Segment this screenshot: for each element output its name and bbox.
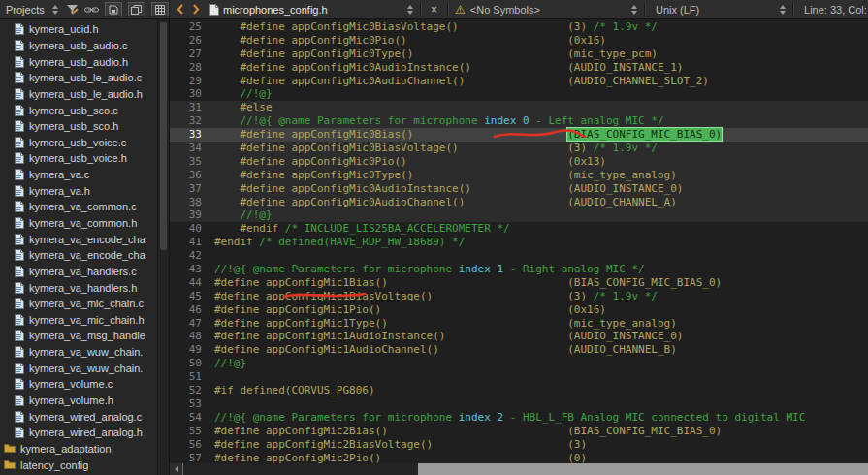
sidebar-item[interactable]: kymera_usb_audio.h: [0, 53, 157, 70]
symbols-dropdown[interactable]: <No Symbols>: [470, 4, 540, 16]
sidebar-item[interactable]: kymera_va_msg_handle: [0, 328, 157, 344]
line-number: 26: [170, 34, 214, 48]
code-line[interactable]: 53: [170, 397, 868, 411]
folder-icon: [4, 443, 16, 454]
line-text: #define appConfigMic0Type() (mic_type_an…: [214, 169, 677, 182]
sidebar-item[interactable]: kymera_va_mic_chain.c: [0, 296, 157, 312]
code-line[interactable]: 43//!@{ @name Parameters for microphone …: [170, 263, 868, 276]
code-line[interactable]: 56#define appConfigMic2BiasVoltage() (3): [170, 438, 868, 452]
save-button[interactable]: [105, 2, 122, 16]
sidebar-item[interactable]: kymera_usb_sco.h: [0, 118, 157, 135]
code-line[interactable]: 36 #define appConfigMic0Type() (mic_type…: [170, 169, 868, 182]
code-line[interactable]: 46#define appConfigMic1Pio() (0x16): [170, 303, 868, 317]
sidebar-item[interactable]: kymera_va.c: [0, 167, 157, 183]
sidebar-item[interactable]: kymera_va_handlers.h: [0, 279, 157, 296]
sidebar-item[interactable]: kymera_volume.c: [0, 376, 157, 393]
link-icon[interactable]: [84, 5, 99, 15]
sidebar-item[interactable]: kymera_va_encode_cha: [0, 247, 157, 264]
sidebar-item[interactable]: kymera_va_common.h: [0, 215, 157, 232]
code-line[interactable]: 25 #define appConfigMic0BiasVoltage() (3…: [170, 20, 868, 34]
file-icon: [15, 298, 24, 309]
code-line[interactable]: 37 #define appConfigMic0AudioInstance() …: [170, 182, 868, 196]
sidebar-item[interactable]: kymera_usb_voice.h: [0, 150, 157, 167]
line-text: //!@{ @name Parameters for microphone in…: [214, 263, 645, 276]
sidebar-item[interactable]: kymera_va_encode_cha: [0, 231, 157, 247]
forward-chevron-icon[interactable]: [188, 4, 204, 15]
caret-position: Line: 33, Col:: [804, 4, 867, 16]
close-icon[interactable]: ×: [426, 3, 442, 16]
sidebar-scrollbar-thumb[interactable]: [160, 22, 167, 250]
code-line[interactable]: 38 #define appConfigMic0AudioChannel() (…: [170, 196, 868, 209]
projects-dropdown-arrows-icon[interactable]: [52, 5, 58, 15]
sidebar-item[interactable]: kymera_wired_analog.c: [0, 408, 157, 425]
code-line[interactable]: 29 #define appConfigMic0AudioChannel() (…: [170, 75, 868, 88]
sidebar-item[interactable]: kymera_usb_voice.c: [0, 134, 157, 150]
sidebar-item[interactable]: kymera_va_wuw_chain.: [0, 344, 157, 361]
filter-icon[interactable]: [66, 4, 79, 16]
code-line[interactable]: 40 #endif /* INCLUDE_LIS25BA_ACCELEROMET…: [170, 222, 868, 236]
code-line[interactable]: 31 #else: [170, 101, 868, 114]
sidebar-item[interactable]: kymera_usb_audio.c: [0, 38, 157, 54]
scroll-left-button[interactable]: [170, 463, 183, 475]
projects-dropdown[interactable]: Projects: [6, 4, 45, 16]
file-icon: [15, 23, 24, 35]
code-line[interactable]: 26 #define appConfigMic0Pio() (0x16): [170, 34, 868, 48]
sidebar-item[interactable]: kymera_va_common.c: [0, 199, 157, 215]
code-line[interactable]: 45#define appConfigMic1BiasVoltage() (3)…: [170, 290, 868, 303]
code-line[interactable]: 33 #define appConfigMic0Bias() (BIAS_CON…: [170, 128, 868, 142]
code-line[interactable]: 39 //!@}: [170, 208, 868, 222]
code-line[interactable]: 28 #define appConfigMic0AudioInstance() …: [170, 61, 868, 75]
sidebar-item[interactable]: kymera_va_mic_chain.h: [0, 312, 157, 329]
back-chevron-icon[interactable]: [173, 4, 188, 15]
grid-view-button[interactable]: [151, 2, 169, 16]
horizontal-scrollbar[interactable]: [170, 463, 868, 475]
code-line[interactable]: 30 //!@}: [170, 87, 868, 101]
line-number: 48: [170, 330, 214, 343]
code-line[interactable]: 49#define appConfigMic1AudioChannel() (A…: [170, 343, 868, 357]
sidebar-item[interactable]: kymera_va_wuw_chain.: [0, 360, 157, 376]
code-line[interactable]: 42: [170, 249, 868, 263]
code-line[interactable]: 50//!@}: [170, 357, 868, 370]
symbols-dropdown-arrows-icon[interactable]: [631, 5, 637, 15]
encoding-dropdown[interactable]: Unix (LF): [656, 4, 699, 16]
sidebar-item[interactable]: kymera_usb_sco.c: [0, 102, 157, 118]
line-number: 51: [170, 370, 214, 384]
sidebar-item-label: kymera_volume.c: [29, 378, 113, 390]
code-line[interactable]: 27 #define appConfigMic0Type() (mic_type…: [170, 48, 868, 61]
cascade-windows-button[interactable]: [128, 2, 145, 16]
code-line[interactable]: 52#if defined(CORVUS_PG806): [170, 384, 868, 397]
sidebar-item[interactable]: kymera_wired_analog.h: [0, 425, 157, 441]
sidebar-item[interactable]: latency_config: [0, 457, 157, 473]
code-editor[interactable]: 25 #define appConfigMic0BiasVoltage() (3…: [170, 19, 868, 475]
file-tab[interactable]: microphones_config.h: [223, 4, 328, 16]
code-line[interactable]: 44#define appConfigMic1Bias() (BIAS_CONF…: [170, 276, 868, 290]
file-icon: [15, 152, 24, 164]
line-number: 31: [170, 101, 214, 114]
sidebar-item[interactable]: kymera_adaptation: [0, 441, 157, 458]
sidebar-item[interactable]: kymera_volume.h: [0, 393, 157, 409]
sidebar-item[interactable]: kymera_ucid.h: [0, 21, 157, 38]
line-text: #endif /* defined(HAVE_RDP_HW_18689) */: [214, 236, 465, 249]
horizontal-scrollbar-thumb[interactable]: [183, 463, 418, 475]
sidebar-item[interactable]: kymera_va.h: [0, 182, 157, 199]
line-number: 35: [170, 155, 214, 169]
code-line[interactable]: 47#define appConfigMic1Type() (mic_type_…: [170, 317, 868, 331]
sidebar-file-list[interactable]: kymera_ucid.hkymera_usb_audio.ckymera_us…: [0, 19, 157, 475]
sidebar-item-label: kymera_va_handlers.c: [29, 266, 137, 277]
sidebar-item[interactable]: kymera_usb_le_audio.c: [0, 70, 157, 86]
sidebar-item-label: kymera_va_mic_chain.c: [29, 298, 144, 309]
code-line[interactable]: 35 #define appConfigMic0Pio() (0x13): [170, 155, 868, 169]
code-line[interactable]: 54//!@{ @name Parameters for microphone …: [170, 411, 868, 425]
code-line[interactable]: 48#define appConfigMic1AudioInstance() (…: [170, 330, 868, 343]
code-line[interactable]: 34 #define appConfigMic0BiasVoltage() (3…: [170, 142, 868, 155]
code-line[interactable]: 32 //!@{ @name Parameters for microphone…: [170, 114, 868, 128]
code-line[interactable]: 55#define appConfigMic2Bias() (BIAS_CONF…: [170, 425, 868, 438]
separator: [420, 3, 421, 16]
encoding-dropdown-arrows-icon[interactable]: [780, 5, 786, 15]
file-dropdown-arrows-icon[interactable]: [407, 5, 413, 15]
sidebar-item[interactable]: kymera_usb_le_audio.h: [0, 86, 157, 103]
code-line[interactable]: 41#endif /* defined(HAVE_RDP_HW_18689) *…: [170, 236, 868, 249]
code-line[interactable]: 51: [170, 370, 868, 384]
sidebar-scrollbar[interactable]: [157, 19, 170, 475]
sidebar-item[interactable]: kymera_va_handlers.c: [0, 264, 157, 280]
